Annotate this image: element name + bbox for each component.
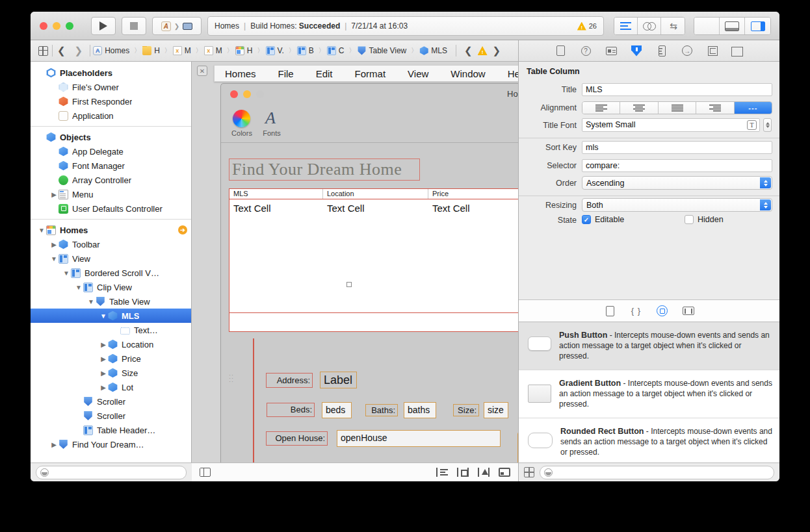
pin-constraints-icon[interactable]: [457, 468, 469, 477]
minimize-window-button[interactable]: [53, 22, 60, 30]
next-issue-button[interactable]: ❯: [491, 45, 503, 57]
size-inspector-tab[interactable]: [656, 45, 668, 57]
outline-row[interactable]: Text…: [31, 323, 191, 337]
breadcrumb-item[interactable]: B 〉: [297, 46, 325, 55]
mock-menu-item[interactable]: Edit: [316, 68, 333, 79]
outline-row[interactable]: App Delegate: [31, 144, 191, 158]
disclosure-triangle-icon[interactable]: ▼: [37, 227, 46, 234]
activity-viewer[interactable]: Homes | Build Homes: Succeeded | 7/21/14…: [207, 16, 604, 36]
outline-row[interactable]: Objects: [31, 130, 191, 144]
connections-inspector-tab[interactable]: →: [681, 45, 693, 57]
outline-row[interactable]: Array Controller: [31, 173, 191, 187]
beds-label[interactable]: Beds:: [267, 403, 315, 417]
bindings-inspector-tab[interactable]: [707, 45, 718, 57]
align-constraints-icon[interactable]: [436, 468, 448, 477]
file-inspector-tab[interactable]: [555, 45, 566, 57]
open-house-field[interactable]: openHouse: [337, 430, 501, 447]
quick-help-inspector-tab[interactable]: ?: [580, 45, 592, 57]
outline-row[interactable]: Font Manager: [31, 158, 191, 173]
disclosure-triangle-icon[interactable]: ▼: [86, 298, 96, 305]
disclosure-triangle-icon[interactable]: ▶: [49, 191, 59, 198]
breadcrumb-item[interactable]: MLS 〉: [419, 46, 447, 55]
standard-editor-button[interactable]: [614, 18, 638, 34]
disclosure-triangle-icon[interactable]: ▶: [49, 441, 59, 448]
outline-row[interactable]: ▶ Menu: [31, 187, 191, 201]
color-wheel-icon[interactable]: [233, 110, 250, 127]
size-label[interactable]: Size:: [453, 404, 479, 416]
identity-inspector-tab[interactable]: [605, 45, 617, 57]
align-natural-segment[interactable]: ---: [735, 102, 772, 114]
table-column-header[interactable]: MLS: [229, 189, 323, 199]
outline-row[interactable]: ▶ Toolbar: [31, 237, 191, 251]
disclosure-triangle-icon[interactable]: ▶: [99, 341, 108, 348]
go-arrow-badge[interactable]: ➔: [178, 225, 187, 234]
outline-row[interactable]: ▼ Homes ➔: [31, 223, 191, 237]
outline-row[interactable]: ▶ Location: [31, 337, 191, 351]
table-column-header[interactable]: Price: [428, 189, 518, 199]
document-outline-toggle[interactable]: [200, 468, 211, 477]
related-items-icon[interactable]: [38, 46, 48, 56]
mock-menu-item[interactable]: View: [408, 68, 428, 79]
font-panel-icon[interactable]: T: [747, 120, 757, 130]
breadcrumb-item[interactable]: V. 〉: [266, 46, 295, 55]
utilities-toggle-button[interactable]: [745, 18, 770, 34]
align-justify-segment[interactable]: [659, 102, 696, 114]
outline-filter-field[interactable]: [36, 466, 187, 479]
close-window-button[interactable]: [40, 22, 47, 30]
debug-area-toggle-button[interactable]: [720, 18, 745, 34]
breadcrumb-item[interactable]: Table View 〉: [357, 46, 417, 55]
breadcrumb-item[interactable]: M 〉: [173, 46, 202, 55]
disclosure-triangle-icon[interactable]: ▶: [99, 355, 108, 362]
outline-row[interactable]: Placeholders: [31, 66, 191, 80]
font-size-stepper[interactable]: [763, 118, 772, 132]
previous-issue-button[interactable]: ❮: [463, 45, 474, 57]
version-editor-button[interactable]: ⇆: [661, 18, 685, 34]
selection-handle[interactable]: [346, 282, 352, 287]
outline-row[interactable]: ▶ Price: [31, 351, 191, 366]
disclosure-triangle-icon[interactable]: ▼: [74, 284, 83, 291]
resolve-autolayout-icon[interactable]: [478, 468, 490, 477]
forward-button[interactable]: ❯: [70, 45, 88, 57]
outline-row[interactable]: ▼ Table View: [31, 294, 191, 309]
outline-row[interactable]: Table Header…: [31, 423, 191, 437]
fonts-icon[interactable]: A: [265, 108, 276, 128]
sort-key-field[interactable]: [582, 141, 772, 154]
table-row[interactable]: Text Cell Text Cell Text Cell: [229, 199, 518, 214]
outline-row[interactable]: Scroller: [31, 394, 191, 409]
disclosure-triangle-icon[interactable]: ▼: [49, 255, 59, 262]
hidden-checkbox[interactable]: [685, 215, 694, 224]
run-button[interactable]: [91, 17, 116, 35]
open-house-label[interactable]: Open House:: [266, 431, 328, 446]
mock-menu-item[interactable]: Homes: [225, 68, 256, 79]
breadcrumb-item[interactable]: H 〉: [142, 46, 171, 55]
outline-row[interactable]: File's Owner: [31, 80, 191, 94]
breadcrumb-item[interactable]: M 〉: [204, 46, 233, 55]
disclosure-triangle-icon[interactable]: ▼: [62, 270, 71, 277]
disclosure-triangle-icon[interactable]: ▶: [49, 241, 59, 248]
mock-menu-item[interactable]: Format: [355, 68, 386, 79]
baths-field[interactable]: baths: [404, 402, 436, 418]
zoom-window-button[interactable]: [66, 22, 73, 30]
back-button[interactable]: ❮: [53, 45, 70, 57]
title-field[interactable]: [582, 83, 772, 96]
attributes-inspector-tab[interactable]: [631, 45, 642, 57]
beds-field[interactable]: beds: [322, 402, 352, 418]
library-item[interactable]: Rounded Rect Button - Intercepts mouse-d…: [519, 418, 779, 462]
outline-row[interactable]: ▼ Bordered Scroll V…: [31, 266, 191, 280]
breadcrumb-item[interactable]: C 〉: [327, 46, 356, 55]
assistant-editor-button[interactable]: [638, 18, 661, 34]
breadcrumb-item[interactable]: H 〉: [235, 46, 264, 55]
address-value-label[interactable]: Label: [320, 372, 357, 388]
object-library-tab[interactable]: [657, 305, 668, 317]
scheme-selector[interactable]: A ❯: [152, 17, 202, 35]
disclosure-triangle-icon[interactable]: ▶: [99, 370, 108, 377]
resizing-popup[interactable]: Both: [582, 198, 772, 212]
breadcrumb-item[interactable]: Homes 〉: [93, 46, 140, 55]
selector-field[interactable]: [582, 159, 772, 172]
view-effects-inspector-tab[interactable]: [732, 45, 744, 57]
file-template-library-tab[interactable]: [605, 305, 616, 317]
outline-row[interactable]: ▶ Find Your Dream…: [31, 437, 191, 451]
canvas-close-chip[interactable]: ✕: [197, 66, 207, 76]
outline-row[interactable]: ▶ Lot: [31, 380, 191, 394]
outline-row[interactable]: ▶ Size: [31, 366, 191, 380]
